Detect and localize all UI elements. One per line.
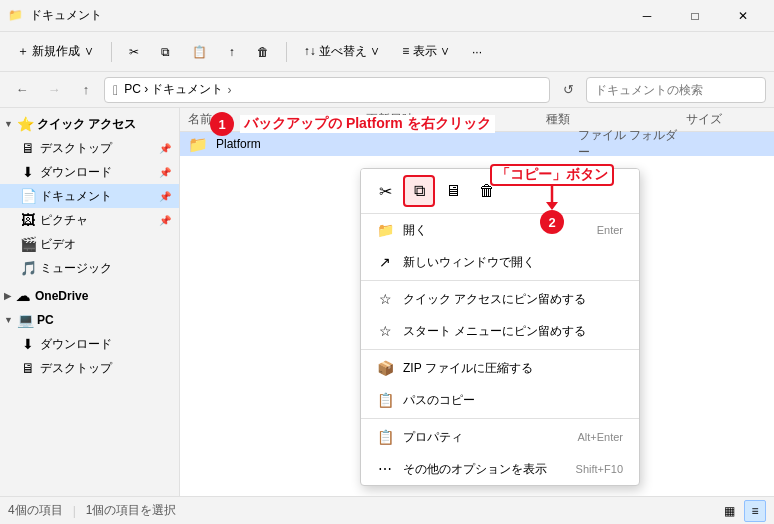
selected-count: 1個の項目を選択 [86, 502, 177, 519]
ctx-separator-1 [361, 280, 639, 281]
back-button[interactable]: ← [8, 76, 36, 104]
sidebar-item-pc-downloads[interactable]: ⬇ ダウンロード [0, 332, 179, 356]
new-button[interactable]: ＋ 新規作成 ∨ [8, 37, 103, 67]
window-title: ドキュメント [30, 7, 624, 24]
download-icon: ⬇ [20, 164, 36, 180]
grid-view-button[interactable]: ▦ [718, 500, 740, 522]
ctx-open-item[interactable]: 📁 開く Enter [361, 214, 639, 246]
search-input[interactable] [586, 77, 766, 103]
folder-icon: 📁 [188, 135, 208, 154]
column-headers: 名前 更新日時 種類 サイズ [180, 108, 774, 132]
sidebar-header-quickaccess[interactable]: ▼ ⭐ クイック アクセス [0, 112, 179, 136]
ctx-delete-button[interactable]: 🗑 [471, 175, 503, 207]
pc-icon: 💻 [17, 312, 33, 328]
up-button[interactable]: ↑ [72, 76, 100, 104]
share-button[interactable]: ↑ [220, 37, 244, 67]
close-button[interactable]: ✕ [720, 0, 766, 32]
ctx-copy-path-item[interactable]: 📋 パスのコピー [361, 384, 639, 416]
pin-quickaccess-icon: ☆ [377, 291, 393, 307]
content-area: 名前 更新日時 種類 サイズ 📁 Platform ファイル フォルダー ✂ ⧉… [180, 108, 774, 496]
app-icon: 📁 [8, 8, 24, 24]
sidebar-header-pc[interactable]: ▼ 💻 PC [0, 308, 179, 332]
maximize-button[interactable]: □ [672, 0, 718, 32]
list-view-button[interactable]: ≡ [744, 500, 766, 522]
window-controls: ─ □ ✕ [624, 0, 766, 32]
ctx-copy-button[interactable]: ⧉ [403, 175, 435, 207]
ctx-zip-item[interactable]: 📦 ZIP ファイルに圧縮する [361, 352, 639, 384]
download-icon-2: ⬇ [20, 336, 36, 352]
sidebar-item-desktop[interactable]: 🖥 デスクトップ 📌 [0, 136, 179, 160]
view-button[interactable]: ≡ 表示 ∨ [393, 37, 459, 67]
more-options-icon: ⋯ [377, 461, 393, 477]
separator-1 [111, 42, 112, 62]
chevron-right-icon: ▶ [4, 291, 11, 301]
pin-start-icon: ☆ [377, 323, 393, 339]
col-size-header: サイズ [686, 111, 766, 128]
onedrive-icon: ☁ [15, 288, 31, 304]
ctx-separator-3 [361, 418, 639, 419]
sidebar-item-downloads[interactable]: ⬇ ダウンロード 📌 [0, 160, 179, 184]
ctx-pin-start-item[interactable]: ☆ スタート メニューにピン留めする [361, 315, 639, 347]
sidebar-item-pc-desktop[interactable]: 🖥 デスクトップ [0, 356, 179, 380]
ctx-cut-button[interactable]: ✂ [369, 175, 401, 207]
sidebar-item-music[interactable]: 🎵 ミュージック [0, 256, 179, 280]
documents-icon: 📄 [20, 188, 36, 204]
col-date-header: 更新日時 [366, 111, 506, 128]
address-path: PC › ドキュメント [124, 81, 223, 98]
pin-icon-4: 📌 [159, 215, 171, 226]
sidebar-header-onedrive[interactable]: ▶ ☁ OneDrive [0, 284, 179, 308]
pin-icon-2: 📌 [159, 167, 171, 178]
ctx-pin-quickaccess-item[interactable]: ☆ クイック アクセスにピン留めする [361, 283, 639, 315]
ctx-paste-button[interactable]: 🖥 [437, 175, 469, 207]
context-menu-mini-toolbar: ✂ ⧉ 🖥 🗑 [361, 169, 639, 214]
zip-icon: 📦 [377, 360, 393, 376]
view-controls: ▦ ≡ [718, 500, 766, 522]
file-item-platform[interactable]: 📁 Platform ファイル フォルダー [180, 132, 774, 156]
chevron-down-icon-2: ▼ [4, 315, 13, 325]
videos-icon: 🎬 [20, 236, 36, 252]
sidebar-item-videos[interactable]: 🎬 ビデオ [0, 232, 179, 256]
copy-path-icon: 📋 [377, 392, 393, 408]
sidebar-item-pictures[interactable]: 🖼 ピクチャ 📌 [0, 208, 179, 232]
sort-button[interactable]: ↑↓ 並べ替え ∨ [295, 37, 390, 67]
pictures-icon: 🖼 [20, 212, 36, 228]
toolbar: ＋ 新規作成 ∨ ✂ ⧉ 📋 ↑ 🗑 ↑↓ 並べ替え ∨ ≡ 表示 ∨ ··· [0, 32, 774, 72]
desktop-icon: 🖥 [20, 140, 36, 156]
pin-icon: 📌 [159, 143, 171, 154]
col-name-header: 名前 [188, 111, 326, 128]
main-layout: ▼ ⭐ クイック アクセス 🖥 デスクトップ 📌 ⬇ ダウンロード 📌 📄 ドキ… [0, 108, 774, 496]
col-type-header: 種類 [546, 111, 646, 128]
new-window-icon: ↗ [377, 254, 393, 270]
desktop-icon-2: 🖥 [20, 360, 36, 376]
paste-button[interactable]: 📋 [183, 37, 216, 67]
more-button[interactable]: ··· [463, 37, 491, 67]
sidebar: ▼ ⭐ クイック アクセス 🖥 デスクトップ 📌 ⬇ ダウンロード 📌 📄 ドキ… [0, 108, 180, 496]
status-separator: | [73, 504, 76, 518]
address-bar: ← → ↑  PC › ドキュメント › ↺ [0, 72, 774, 108]
separator-2 [286, 42, 287, 62]
ctx-open-new-window-item[interactable]: ↗ 新しいウィンドウで開く [361, 246, 639, 278]
star-icon: ⭐ [17, 116, 33, 132]
ctx-more-options-item[interactable]: ⋯ その他のオプションを表示 Shift+F10 [361, 453, 639, 485]
cut-button[interactable]: ✂ [120, 37, 148, 67]
open-icon: 📁 [377, 222, 393, 238]
sidebar-item-documents[interactable]: 📄 ドキュメント 📌 [0, 184, 179, 208]
delete-button[interactable]: 🗑 [248, 37, 278, 67]
context-menu: ✂ ⧉ 🖥 🗑 📁 開く Enter ↗ 新しいウィンドウで開く ☆ クイック … [360, 168, 640, 486]
forward-button[interactable]: → [40, 76, 68, 104]
path-chevron-icon: › [227, 83, 231, 97]
title-bar: 📁 ドキュメント ─ □ ✕ [0, 0, 774, 32]
copy-button[interactable]: ⧉ [152, 37, 179, 67]
properties-icon: 📋 [377, 429, 393, 445]
pin-icon-3: 📌 [159, 191, 171, 202]
ctx-separator-2 [361, 349, 639, 350]
refresh-button[interactable]: ↺ [554, 76, 582, 104]
address-input[interactable]:  PC › ドキュメント › [104, 77, 550, 103]
minimize-button[interactable]: ─ [624, 0, 670, 32]
music-icon: 🎵 [20, 260, 36, 276]
chevron-down-icon: ▼ [4, 119, 13, 129]
status-bar: 4個の項目 | 1個の項目を選択 ▦ ≡ [0, 496, 774, 524]
item-count: 4個の項目 [8, 502, 63, 519]
path-icon:  [113, 82, 118, 98]
ctx-properties-item[interactable]: 📋 プロパティ Alt+Enter [361, 421, 639, 453]
